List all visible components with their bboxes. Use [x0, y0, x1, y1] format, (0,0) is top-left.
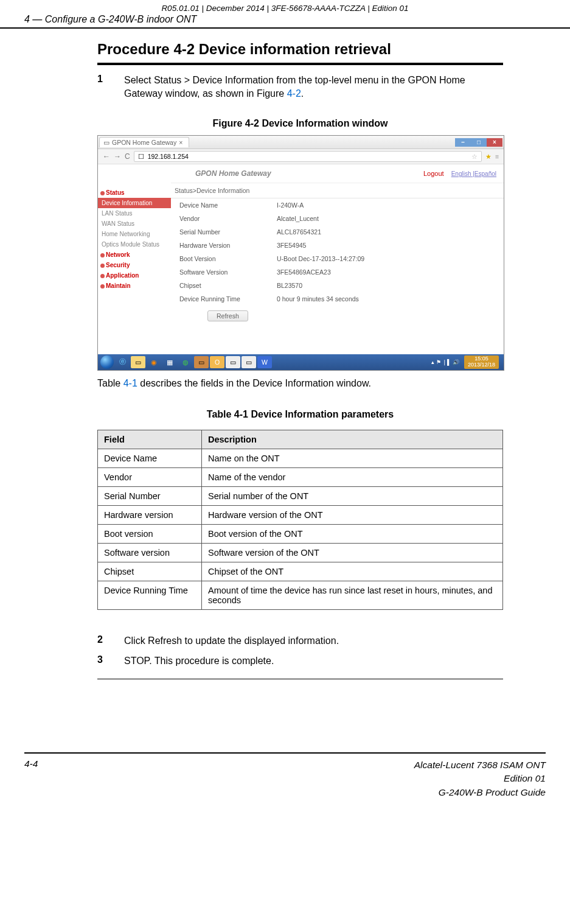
- step-number: 1: [97, 74, 124, 100]
- ie-icon[interactable]: ⓔ: [115, 356, 130, 368]
- page-icon: ▭: [103, 139, 109, 146]
- bullet-icon: [100, 264, 105, 268]
- page-footer: 4-4 Alcatel-Lucent 7368 ISAM ONT Edition…: [24, 752, 546, 799]
- firefox-icon[interactable]: ◉: [147, 356, 161, 368]
- sidebar-wan[interactable]: WAN Status: [98, 219, 171, 229]
- sidebar: Status Device Information LAN Status WAN…: [98, 164, 171, 324]
- reload-icon[interactable]: C: [125, 152, 130, 161]
- site-icon: ☐: [138, 153, 144, 160]
- sidebar-application[interactable]: Application: [98, 270, 171, 281]
- info-key: Hardware Version: [179, 242, 277, 249]
- lang-english[interactable]: English: [451, 170, 471, 177]
- lang-espanol[interactable]: Español: [474, 170, 496, 177]
- table-ref-link[interactable]: 4-1: [123, 378, 137, 388]
- table-row: Hardware versionHardware version of the …: [98, 505, 503, 524]
- info-row: Device Running Time0 hour 9 minutes 34 s…: [171, 292, 504, 306]
- sidebar-lan[interactable]: LAN Status: [98, 208, 171, 219]
- sidebar-home-net[interactable]: Home Networking: [98, 229, 171, 239]
- app-icon[interactable]: ▭: [226, 356, 240, 368]
- cell-field: Hardware version: [98, 505, 202, 524]
- bullet-icon: [100, 253, 105, 257]
- footer-line: G-240W-B Product Guide: [414, 786, 546, 799]
- table-row: Device Running TimeAmount of time the de…: [98, 581, 503, 609]
- step-text: STOP. This procedure is complete.: [124, 654, 503, 668]
- th-desc: Description: [202, 430, 503, 449]
- sidebar-security[interactable]: Security: [98, 260, 171, 270]
- tray-icons[interactable]: ▴ ⚑ ❘▌ 🔊: [431, 359, 459, 365]
- app-icon[interactable]: ▦: [162, 356, 177, 368]
- address-bar: ← → C ☐ 192.168.1.254 ☆ ★ ≡: [98, 149, 504, 164]
- explorer-icon[interactable]: ▭: [131, 356, 145, 368]
- footer-line: Alcatel-Lucent 7368 ISAM ONT: [414, 758, 546, 772]
- info-rows: Device NameI-240W-AVendorAlcatel_LucentS…: [171, 198, 504, 306]
- table-row: Device NameName on the ONT: [98, 449, 503, 467]
- outlook-icon[interactable]: O: [210, 356, 224, 368]
- params-table: Field Description Device NameName on the…: [97, 430, 503, 610]
- sidebar-device-info[interactable]: Device Information: [98, 198, 171, 208]
- doc-meta: R05.01.01 | December 2014 | 3FE-56678-AA…: [0, 0, 570, 14]
- table-row: Serial NumberSerial number of the ONT: [98, 486, 503, 505]
- info-value: U-Boot Dec-17-2013--14:27:09: [277, 255, 364, 262]
- step-number: 3: [97, 654, 124, 668]
- figure-ref-link[interactable]: 4-2: [287, 88, 301, 99]
- url-input[interactable]: ☐ 192.168.1.254 ☆: [134, 151, 482, 162]
- menu-icon[interactable]: ≡: [495, 153, 499, 160]
- clock[interactable]: 15:05 2013/12/18: [464, 355, 499, 369]
- bullet-icon: [100, 284, 105, 289]
- refresh-button[interactable]: Refresh: [207, 310, 248, 321]
- info-row: Serial NumberALCL87654321: [171, 225, 504, 239]
- sidebar-maintain[interactable]: Maintain: [98, 281, 171, 291]
- close-icon[interactable]: ×: [179, 139, 182, 146]
- cell-field: Device Name: [98, 449, 202, 467]
- info-row: Device NameI-240W-A: [171, 198, 504, 212]
- word-icon[interactable]: W: [257, 356, 272, 368]
- rule: [97, 679, 503, 679]
- favorite-icon[interactable]: ★: [485, 153, 492, 160]
- header-row: GPON Home Gateway Logout English |Españo…: [171, 164, 504, 183]
- info-key: Vendor: [179, 215, 277, 222]
- main-pane: GPON Home Gateway Logout English |Españo…: [171, 164, 504, 324]
- browser-window: ▭ GPON Home Gateway × – □ × ← → C ☐ 192.…: [97, 135, 504, 371]
- app-icon[interactable]: ▭: [242, 356, 256, 368]
- sidebar-optics[interactable]: Optics Module Status: [98, 239, 171, 250]
- minimize-button[interactable]: –: [455, 138, 471, 147]
- cell-field: Vendor: [98, 467, 202, 486]
- step-3: 3 STOP. This procedure is complete.: [97, 654, 503, 668]
- page-body: Status Device Information LAN Status WAN…: [98, 164, 504, 324]
- procedure-title: Procedure 4-2 Device information retriev…: [97, 41, 503, 59]
- brand-title: GPON Home Gateway: [171, 169, 271, 178]
- table-caption: Table 4-1 Device Information parameters: [97, 409, 503, 420]
- table-row: Boot versionBoot version of the ONT: [98, 524, 503, 543]
- cell-field: Serial Number: [98, 486, 202, 505]
- info-key: Device Running Time: [179, 295, 277, 303]
- clock-date: 2013/12/18: [468, 362, 495, 368]
- th-field: Field: [98, 430, 202, 449]
- close-button[interactable]: ×: [487, 138, 502, 147]
- info-row: Hardware Version3FE54945: [171, 239, 504, 252]
- tray: ▴ ⚑ ❘▌ 🔊 15:05 2013/12/18: [431, 355, 501, 369]
- label: Status: [106, 189, 125, 196]
- step-2: 2 Click Refresh to update the displayed …: [97, 634, 503, 648]
- sidebar-status[interactable]: Status: [98, 187, 171, 198]
- info-value: BL23570: [277, 282, 302, 289]
- url-text: 192.168.1.254: [148, 153, 189, 160]
- section-header: 4 — Configure a G-240W-B indoor ONT: [0, 14, 570, 29]
- info-value: Alcatel_Lucent: [277, 215, 319, 222]
- info-key: Chipset: [179, 282, 277, 289]
- back-icon[interactable]: ←: [103, 152, 110, 161]
- maximize-button[interactable]: □: [471, 138, 487, 147]
- step-1: 1 Select Status > Device Information fro…: [97, 74, 503, 100]
- info-key: Software Version: [179, 268, 277, 276]
- browser-tab[interactable]: ▭ GPON Home Gateway ×: [99, 137, 189, 147]
- chrome-icon[interactable]: ◍: [178, 356, 193, 368]
- cell-desc: Hardware version of the ONT: [202, 505, 503, 524]
- step-number: 2: [97, 634, 124, 648]
- start-button[interactable]: [100, 355, 114, 369]
- bookmark-icon[interactable]: ☆: [471, 153, 478, 160]
- table-row: VendorName of the vendor: [98, 467, 503, 486]
- forward-icon[interactable]: →: [114, 152, 121, 161]
- logout-link[interactable]: Logout: [423, 170, 444, 177]
- cell-desc: Name of the vendor: [202, 467, 503, 486]
- sidebar-network[interactable]: Network: [98, 250, 171, 260]
- app-icon[interactable]: ▭: [194, 356, 209, 368]
